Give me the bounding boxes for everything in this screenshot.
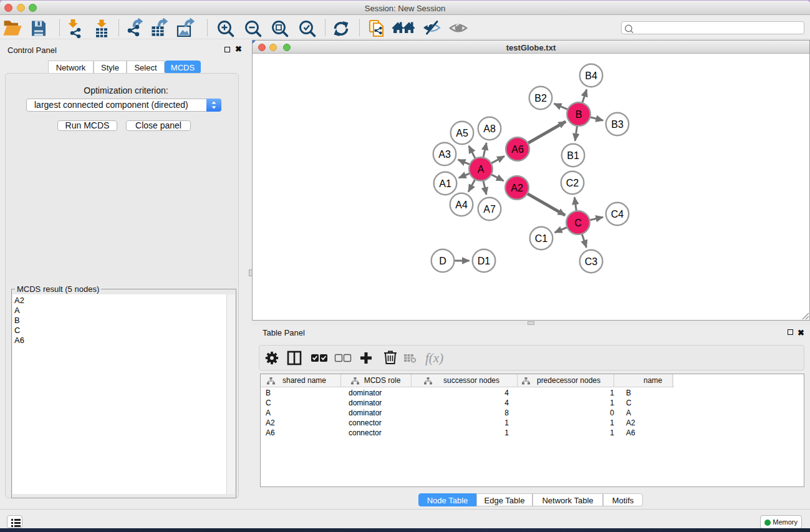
svg-text:A7: A7: [483, 204, 496, 215]
svg-text:C1: C1: [535, 233, 548, 244]
svg-text:B4: B4: [585, 70, 597, 81]
svg-text:B3: B3: [611, 119, 624, 130]
svg-text:D: D: [439, 256, 446, 266]
svg-text:C2: C2: [566, 178, 579, 188]
svg-text:C4: C4: [611, 209, 624, 220]
svg-text:f(x): f(x): [425, 351, 443, 365]
svg-text:A2: A2: [511, 183, 523, 193]
svg-text:A8: A8: [483, 123, 496, 134]
svg-text:A4: A4: [455, 200, 468, 210]
svg-text:C3: C3: [585, 256, 598, 267]
svg-text:A1: A1: [439, 178, 451, 189]
svg-text:A3: A3: [438, 149, 451, 160]
svg-text:A: A: [478, 164, 485, 175]
svg-text:C: C: [574, 218, 582, 228]
svg-text:D1: D1: [478, 256, 491, 266]
svg-text:A5: A5: [456, 128, 468, 138]
svg-text:B1: B1: [567, 150, 579, 161]
svg-text:B: B: [576, 109, 582, 120]
svg-text:B2: B2: [534, 93, 547, 104]
svg-text:A6: A6: [511, 144, 524, 155]
